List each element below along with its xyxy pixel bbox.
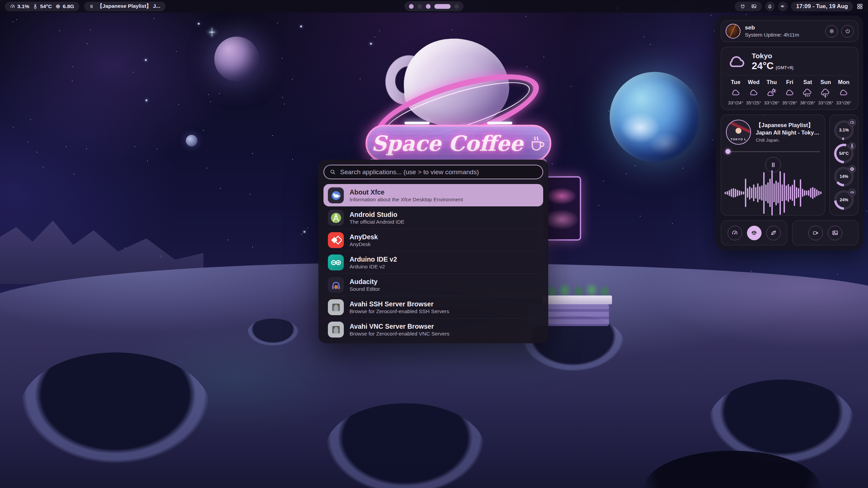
app-list-item[interactable]: Avahi SSH Server Browser Browse for Zero… [323,296,543,318]
app-description: The official Android IDE [350,219,405,225]
app-name: Avahi VNC Server Browser [350,322,450,330]
seek-bar[interactable] [726,149,820,154]
forecast-temps: 35°/25° [746,100,761,105]
power-button[interactable] [841,25,854,38]
visualizer-bar [780,171,781,215]
powersave-profile-button[interactable] [766,226,781,240]
neon-sign-text: Space Coffee [371,131,523,156]
visualizer-bar [806,190,807,195]
workspace-dot-empty[interactable] [454,4,459,9]
stat-gauge: 14% [834,167,854,186]
app-list-item[interactable]: Avahi VNC Server Browser Browse for Zero… [323,318,543,339]
app-texts: Android Studio The official Android IDE [350,210,405,225]
stat-gauge: 54°C [834,144,854,163]
visualizer-bar [820,191,822,194]
cloud-weather-icon [784,88,795,98]
forecast-day-label: Thu [767,79,777,85]
image-tray-icon[interactable] [751,3,757,9]
workspace-dot-active[interactable] [434,4,451,9]
sign-light [487,122,512,124]
small-moon [186,135,197,146]
chip-icon [848,165,856,173]
visualizer-bar [814,188,815,198]
gauge-icon [731,229,738,236]
leaf-icon [770,229,777,236]
temp-stat-value: 54°C [40,3,52,9]
performance-profile-button[interactable] [728,226,742,240]
workspace-dot-occupied[interactable] [426,4,431,9]
media-pill[interactable]: 【Japanese Playlist】 J... [84,2,165,11]
gear-icon [829,28,835,34]
visualizer-bar [818,191,820,195]
seek-handle[interactable] [725,149,730,154]
app-description: Browse for Zeroconf-enabled SSH Servers [350,308,449,314]
workspace-switcher[interactable] [405,1,463,11]
app-texts: Avahi VNC Server Browser Browse for Zero… [350,322,450,337]
overview-grid-icon[interactable] [856,3,863,10]
top-bar: 3.1% 54°C 6.8G 【Japanese Playlist】 J... [0,0,868,13]
visualizer-bar [725,192,726,194]
balanced-profile-button[interactable] [747,226,762,240]
app-description: Browse for Zeroconf-enabled VNC Servers [350,331,450,337]
plugin-tray-icon[interactable] [740,3,746,9]
audacity-app-icon [328,277,344,293]
visualizer-bar [757,183,758,202]
app-list-item[interactable]: Arduino IDE v2 Arduino IDE v2 [323,251,543,273]
app-name: Arduino IDE v2 [350,255,397,263]
clock-pill[interactable]: 17:09 - Tue, 19 Aug [791,2,853,11]
androidstudio-app-icon [328,210,344,226]
app-list-item[interactable]: AnyDesk AnyDesk [323,229,543,251]
forecast-temps: 33°/26° [836,100,851,105]
sign-light [405,122,430,124]
app-description: AnyDesk [350,241,378,247]
avahi-app-icon [328,299,344,315]
divider [727,75,853,76]
clock-label: 17:09 - Tue, 19 Aug [796,3,848,10]
settings-button[interactable] [825,25,838,38]
now-playing: TOKYO L 【Japanese Playlist】 Japan All Ni… [726,120,820,145]
earth-planet [610,72,700,162]
app-list-item[interactable]: About Xfce Information about the Xfce De… [323,184,543,206]
system-gauges-card: 3.1% 54°C 14% 24% [829,115,859,216]
bell-icon [767,3,773,9]
visualizer-bar [761,185,763,201]
avatar[interactable] [726,24,741,39]
launcher-searchbar[interactable] [323,165,543,179]
app-texts: About Xfce Information about the Xfce De… [350,188,463,202]
visualizer-bar [788,184,789,202]
visualizer-bar [763,172,765,214]
workspace-dot-occupied[interactable] [409,4,414,9]
power-profile-card [721,220,787,245]
cloud-weather-icon [838,88,849,98]
side-panel: seb System Uptime: 4h11m Tokyo 24°C [716,16,863,250]
wallpaper-button[interactable] [828,226,842,240]
notifications-button[interactable] [765,2,775,11]
system-stats-pill[interactable]: 3.1% 54°C 6.8G [5,2,79,11]
search-input[interactable] [340,168,537,176]
neon-sign: Space Coffee [366,125,551,162]
visualizer-bar [771,170,773,216]
cpu-stat: 3.1% [10,3,29,9]
volume-button[interactable] [778,2,788,11]
track-artist: Chill Japan. [756,138,820,143]
visualizer-bar [755,187,756,199]
user-name: seb [745,24,799,31]
app-list-item[interactable]: Android Studio The official Android IDE [323,206,543,229]
app-description: Information about the Xfce Desktop Envir… [350,197,463,203]
screen-record-button[interactable] [808,226,823,240]
visualizer-bar [804,190,805,196]
workspace-dot-empty[interactable] [417,4,422,9]
play-pause-button[interactable] [765,157,781,172]
search-icon [330,169,336,175]
user-info: seb System Uptime: 4h11m [745,24,799,38]
app-list-item[interactable]: Audacity Sound Editor [323,273,543,296]
app-name: Android Studio [350,210,405,219]
app-name: Avahi SSH Server Browser [350,300,449,308]
gauge-icon [848,119,856,126]
rain-weather-icon [802,88,813,98]
audio-visualizer [726,174,820,212]
temp-stat: 54°C [33,3,52,9]
weather-city: Tokyo [752,52,793,60]
weather-now: Tokyo 24°C (GMT+9) [727,52,853,72]
stat-gauge: 24% [834,190,854,210]
